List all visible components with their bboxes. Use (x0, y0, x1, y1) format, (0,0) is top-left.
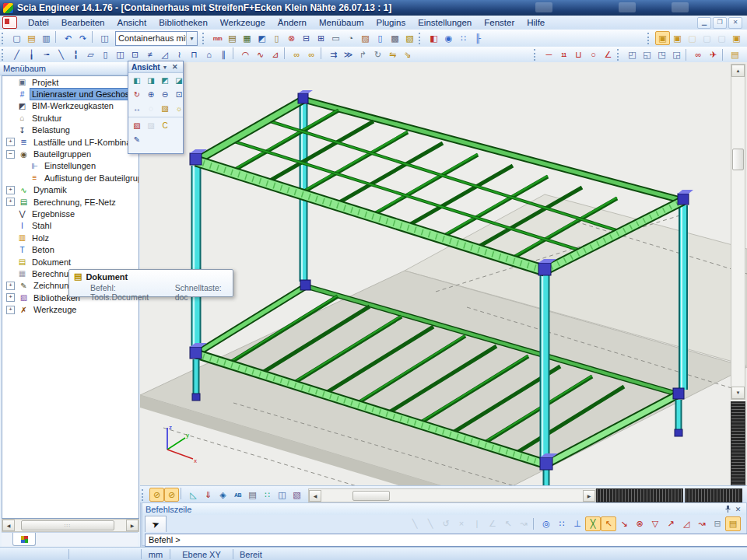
close-icon[interactable]: ✕ (733, 505, 743, 514)
horizontal-scroll-thumb[interactable] (352, 491, 390, 501)
calculator-icon[interactable]: ▩ (388, 31, 402, 45)
window-cascade-icon[interactable]: ▣ (729, 31, 744, 45)
new-rafter-icon[interactable]: ╲ (54, 47, 68, 61)
snap-measure-icon[interactable]: ⊟ (710, 516, 725, 531)
window-new-icon[interactable]: ▣ (655, 31, 670, 45)
toolbar-grip[interactable] (534, 49, 539, 61)
result-line-icon[interactable]: ─ (542, 47, 556, 61)
menu-werkzeuge[interactable]: Werkzeuge (214, 18, 272, 27)
tree-item-struktur[interactable]: ⌂Struktur (2, 112, 139, 124)
mdi-close-button[interactable]: ✕ (728, 17, 742, 29)
snap-grid-icon[interactable]: ∷ (554, 516, 570, 531)
tree-item-beton[interactable]: TBeton (2, 243, 139, 255)
new-purlin-icon[interactable]: ╏ (68, 47, 83, 61)
tree-item-dokument[interactable]: ▤Dokument (2, 256, 139, 268)
snap-perpendicular-icon[interactable]: ↗ (663, 516, 679, 531)
close-polygon-icon[interactable]: ⊿ (268, 47, 282, 61)
clip-workplane-icon[interactable]: ⊘ (164, 488, 179, 502)
new-opening-icon[interactable]: ◫ (113, 47, 128, 61)
menu-fenster[interactable]: Fenster (478, 18, 521, 27)
toolbar-grip[interactable] (202, 33, 208, 44)
polyline-icon[interactable]: ◠ (238, 47, 253, 61)
window-horz-icon[interactable]: ▢ (700, 31, 714, 45)
snap-cursor-icon[interactable]: ↖ (500, 516, 516, 531)
new-member-icon[interactable]: ╱ (9, 47, 24, 61)
label-display-icon[interactable]: ◈ (216, 488, 230, 502)
new-wall-icon[interactable]: ▯ (98, 47, 113, 61)
layers-icon[interactable]: ▤ (225, 31, 240, 45)
zoom-all-icon[interactable]: ↔ (130, 102, 144, 115)
snap-free-icon[interactable]: ↝ (694, 516, 710, 531)
stretch-icon[interactable]: ⇘ (400, 47, 415, 61)
snap-line2-icon[interactable]: ╲ (423, 516, 438, 531)
stereo-glasses-icon[interactable]: ∞ (691, 47, 706, 61)
expand-icon[interactable]: + (6, 138, 15, 146)
window-vert-icon[interactable]: ▢ (714, 31, 729, 45)
open-project-icon[interactable]: ▤ (24, 31, 39, 45)
scroll-down-arrow[interactable]: ▼ (731, 387, 745, 399)
cursor-snap-icon[interactable]: ╟ (471, 31, 486, 45)
new-subregion-icon[interactable]: ⊡ (128, 47, 142, 61)
copy-icon[interactable]: ⇉ (326, 47, 341, 61)
pin-icon[interactable] (723, 505, 733, 514)
result-circle-icon[interactable]: ○ (586, 47, 601, 61)
toolbar-grip[interactable] (647, 33, 653, 44)
tree-item-stahl[interactable]: ⅠStahl (2, 220, 139, 232)
undo-icon[interactable]: ↶ (61, 31, 75, 45)
toolbar-grip[interactable] (2, 49, 7, 61)
tree-item-holz[interactable]: ▥Holz (2, 232, 139, 243)
view-axo-icon[interactable]: ◪ (172, 74, 186, 87)
text-display-icon[interactable]: AB (230, 488, 245, 502)
new-plate-icon[interactable]: ▱ (83, 47, 98, 61)
surface-display-icon[interactable]: ▤ (245, 488, 260, 502)
mdi-restore-button[interactable]: ❐ (713, 17, 727, 29)
tree-item-projekt[interactable]: ▣Projekt (2, 76, 139, 88)
tree-item-auflistung-der-bauteilgruppen[interactable]: ≡Auflistung der Bauteilgruppen (2, 172, 139, 184)
rotate-view-icon[interactable]: ↻ (130, 88, 144, 101)
palette-icon[interactable]: ◧ (426, 31, 441, 45)
picture-icon[interactable]: ▨ (358, 31, 373, 45)
view-parameters-icon[interactable]: ✎ (130, 133, 144, 146)
dot-grid-icon[interactable]: ∷ (456, 31, 471, 45)
new-arbitrary-member-icon[interactable]: ≀ (172, 47, 187, 61)
zoom-window-icon[interactable]: ⊡ (172, 88, 186, 101)
viewport-single-icon[interactable]: ◱ (640, 47, 654, 61)
light-icon[interactable]: ☼ (172, 102, 186, 115)
mirror-icon[interactable]: ⇋ (385, 47, 400, 61)
load-display-icon[interactable]: ⇓ (201, 488, 216, 502)
ansicht-header[interactable]: Ansicht ▼ ✕ (128, 61, 183, 73)
snap-midpoint-icon[interactable]: ╳ (585, 516, 601, 531)
tree-horizontal-scrollbar[interactable]: ◀ ∶∶∶ ▶ (2, 519, 139, 532)
tree-item-berechnung-fe-netz[interactable]: +▤Berechnung, FE-Netz (2, 196, 139, 208)
printer-icon[interactable]: ▭ (328, 31, 343, 45)
snap-tangent-icon[interactable]: ▽ (647, 516, 663, 531)
scroll-left-arrow[interactable]: ◀ (2, 520, 15, 531)
new-haunch-icon[interactable]: ◿ (157, 47, 172, 61)
command-input[interactable]: Befehl > (145, 534, 747, 547)
menu-plugins[interactable]: Plugins (370, 18, 412, 27)
toolbar-grip[interactable] (617, 49, 622, 61)
snap-angle-icon[interactable]: ∠ (485, 516, 500, 531)
menu-ansicht[interactable]: Ansicht (110, 18, 153, 27)
rotate-y-strip[interactable] (685, 488, 742, 502)
save-icon[interactable]: ▥ (39, 31, 54, 45)
flythrough-icon[interactable]: ✈ (706, 47, 721, 61)
clipping-box-icon[interactable]: ▨ (158, 102, 172, 115)
notes-icon[interactable]: ▧ (402, 31, 417, 45)
redo-icon[interactable]: ↷ (75, 31, 90, 45)
expand-icon[interactable]: + (6, 186, 15, 194)
view-z-icon[interactable]: ◩ (158, 74, 172, 87)
result-angle-icon[interactable]: ∠ (601, 47, 615, 61)
disconnect-nodes-icon[interactable]: ∞ (304, 47, 319, 61)
generate-view-icon[interactable]: C (158, 119, 172, 132)
menu-einstellungen[interactable]: Einstellungen (412, 18, 478, 27)
close-view-icon[interactable]: ⊗ (284, 31, 299, 45)
snap-node-icon[interactable]: ↘ (616, 516, 632, 531)
catalog-blocks-icon[interactable]: ⌂ (202, 47, 216, 61)
tree-item-einstellungen[interactable]: ⊩Einstellungen (2, 160, 139, 172)
open-subproject-icon[interactable]: ▤ (728, 47, 742, 61)
view-settings-icon[interactable]: ◉ (441, 31, 456, 45)
curve-icon[interactable]: ∿ (253, 47, 268, 61)
print-preview-icon[interactable]: ◔ (343, 31, 358, 45)
new-project-icon[interactable]: ▢ (9, 31, 24, 45)
